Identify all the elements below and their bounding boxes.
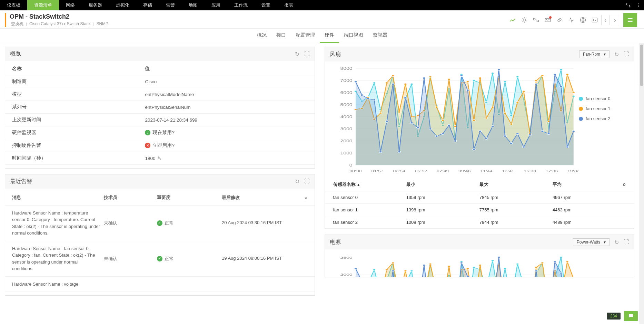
svg-point-121 [491,126,494,127]
alarm-col-tech: 技术员 [104,194,157,201]
alarm-tech: 未确认 [104,256,157,262]
refresh-icon[interactable]: ↻ [614,51,619,58]
sensor-col-max[interactable]: 最大 [479,181,553,188]
tab-portview[interactable]: 端口视图 [339,29,368,43]
refresh-icon[interactable]: ↻ [295,51,299,57]
sensor-row[interactable]: fan sensor 21008 rpm7944 rpm4489 rpm [325,216,634,229]
nav-storage[interactable]: 存储 [136,0,159,10]
sensor-row[interactable]: fan sensor 01359 rpm7845 rpm4967 rpm [325,191,634,204]
tab-monitor[interactable]: 监视器 [368,29,392,43]
svg-text:2500: 2500 [340,256,352,259]
chevron-down-icon: ▾ [604,240,606,245]
svg-point-109 [416,127,419,128]
sensor-col-name[interactable]: 传感器名称 ▲ [333,181,406,188]
alarm-row[interactable]: Hardware Sensor Name : voltage [5,277,315,292]
svg-text:6000: 6000 [340,91,352,95]
link-icon[interactable] [531,15,541,25]
tab-summary[interactable]: 概况 [252,29,271,43]
fan-panel: 风扇 Fan-Rpm▾ ↻ ⛶ 010002000300040005000600… [325,47,635,229]
svg-point-132 [559,86,562,87]
svg-point-51 [504,81,506,83]
alarm-search-icon[interactable]: ⌕ [296,195,307,200]
svg-point-133 [566,146,568,148]
mail-icon[interactable] [543,15,553,25]
power-panel: 电源 Power-Watts▾ ↻ ⛶ 2500010002000 [325,235,635,277]
tab-hardware[interactable]: 硬件 [320,29,339,43]
expand-icon[interactable]: ⛶ [624,51,629,58]
svg-point-120 [485,138,488,140]
alarm-mod: 20 Aug 2024 03:30:16 PM IST [222,220,296,226]
svg-text:4000: 4000 [340,115,352,119]
scrollbar[interactable] [639,43,644,324]
next-arrow[interactable]: › [611,15,619,25]
sensor-cell: 1398 rpm [406,207,479,212]
chat-button[interactable] [624,311,638,321]
pulse-icon[interactable] [566,15,576,25]
expand-icon[interactable]: ⛶ [304,178,310,185]
alarm-row[interactable]: Hardware Sensor Name : fan sensor 0. Cat… [5,241,315,277]
sensor-row[interactable]: fan sensor 11398 rpm7755 rpm4463 rpm [325,204,634,216]
overview-value: ✕立即启用? [145,142,307,149]
expand-icon[interactable]: ⛶ [304,51,310,57]
svg-point-257 [553,261,556,263]
svg-text:8000: 8000 [340,67,352,70]
nav-report[interactable]: 报表 [277,0,300,10]
nav-settings[interactable]: 设置 [255,0,277,10]
nav-inventory[interactable]: 资源清单 [27,0,59,10]
terminal-icon[interactable] [589,15,600,25]
refresh-icon[interactable]: ↻ [614,239,619,246]
fan-metric-select[interactable]: Fan-Rpm▾ [579,50,610,58]
nav-alarm[interactable]: 告警 [159,0,182,10]
power-metric-select[interactable]: Power-Watts▾ [573,238,610,246]
alarm-row[interactable]: Hardware Sensor Name : temperature senso… [5,206,315,241]
collapse-icon[interactable] [623,0,634,10]
alarm-tech: 未确认 [104,220,157,226]
svg-point-89 [516,102,519,103]
nav-virtualization[interactable]: 虚拟化 [109,0,136,10]
svg-point-207 [466,268,469,269]
sensor-col-avg[interactable]: 平均 [553,181,611,188]
alarm-col-msg: 消息 [12,194,104,201]
svg-point-82 [472,120,475,121]
nav-workflow[interactable]: 工作流 [227,0,255,10]
alert-icon[interactable] [519,15,529,25]
edit-icon[interactable]: ✎ [157,155,161,161]
alarm-col-sev: 重要度 [157,194,222,201]
overview-value: entPhysicalModelName [145,91,307,97]
tab-interface[interactable]: 接口 [271,29,291,43]
svg-point-107 [404,97,407,98]
sensor-search-icon[interactable]: ⌕ [611,181,626,188]
nav-network[interactable]: 网络 [59,0,82,10]
more-icon[interactable] [634,0,644,10]
alarm-msg: Hardware Sensor Name : temperature senso… [12,210,104,237]
prev-arrow[interactable]: ‹ [601,15,610,25]
alarms-title: 最近告警 [10,178,32,185]
svg-point-2 [638,6,639,7]
svg-point-175 [491,260,494,261]
page-subtitle: 交换机Cisco Catalyst 37xx Switch StackSNMP [10,21,110,27]
svg-point-204 [447,266,450,267]
chain-icon[interactable] [554,15,565,25]
count-badge[interactable]: 234 [607,313,621,320]
svg-point-106 [398,151,400,153]
svg-text:03:54: 03:54 [393,169,405,173]
nav-app[interactable]: 应用 [205,0,227,10]
svg-text:2000: 2000 [340,273,352,276]
svg-point-108 [410,122,413,124]
svg-text:09:46: 09:46 [458,169,471,173]
nav-map[interactable]: 地图 [182,0,205,10]
svg-point-201 [429,263,432,265]
nav-dashboard[interactable]: 仪表板 [0,0,27,10]
tab-config[interactable]: 配置管理 [291,29,320,43]
refresh-icon[interactable]: ↻ [295,178,299,185]
hamburger-menu[interactable] [623,13,637,27]
svg-rect-4 [534,18,535,20]
expand-icon[interactable]: ⛶ [624,239,629,246]
chart-icon[interactable] [507,15,518,25]
legend-item: fan sensor 2 [586,116,611,121]
svg-rect-5 [537,20,539,22]
globe-icon[interactable] [578,15,588,25]
nav-server[interactable]: 服务器 [82,0,109,10]
sensor-col-min[interactable]: 最小 [406,181,479,188]
svg-point-186 [559,256,562,258]
